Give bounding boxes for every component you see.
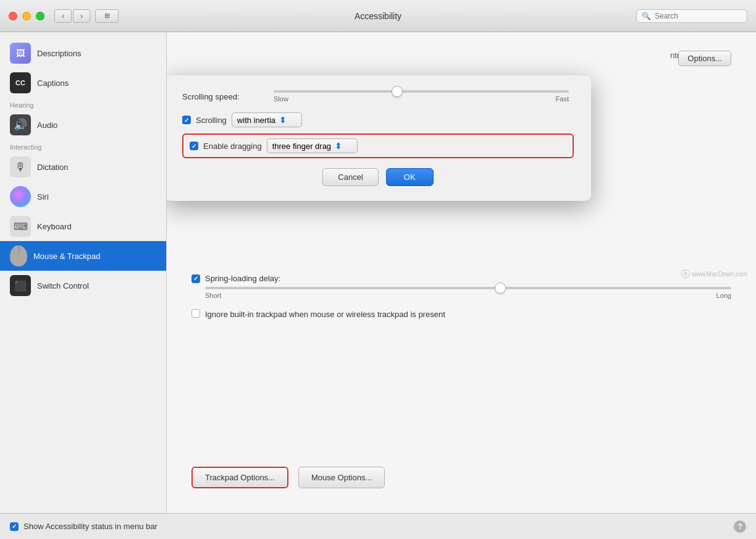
enable-dragging-label: Enable dragging [203, 142, 262, 151]
watermark: ® www.MacDown.com [681, 270, 747, 278]
scrolling-dropdown[interactable]: with inertia ⬍ [232, 112, 302, 127]
spring-slider-area: Short Long [205, 287, 731, 299]
enable-dragging-checkbox[interactable] [190, 142, 198, 150]
dragging-dropdown-arrow: ⬍ [335, 141, 342, 151]
spring-slider-track[interactable] [205, 287, 731, 289]
dragging-dropdown[interactable]: three finger drag ⬍ [267, 138, 358, 153]
bottom-bar: Show Accessibility status in menu bar ? [0, 513, 756, 539]
scrolling-speed-section: Scrolling speed: Slow Fast [182, 90, 574, 103]
modal-buttons: Cancel OK [182, 168, 574, 186]
sidebar: 🖼 Descriptions CC Captions Hearing 🔊 Aud… [0, 32, 167, 513]
options-button[interactable]: Options... [678, 51, 731, 66]
sidebar-item-label: Mouse & Trackpad [33, 252, 100, 261]
right-content: ntrolled using the Options... Spring-loa… [167, 32, 756, 513]
sidebar-item-keyboard[interactable]: ⌨ Keyboard [0, 211, 166, 241]
minimize-button[interactable] [22, 12, 31, 20]
dictation-icon: 🎙 [10, 156, 31, 177]
sidebar-item-label: Siri [37, 192, 49, 202]
sidebar-item-captions[interactable]: CC Captions [0, 68, 166, 98]
interacting-section-label: Interacting [0, 140, 166, 152]
grid-button[interactable]: ⊞ [95, 9, 119, 23]
spring-loading-checkbox[interactable] [191, 274, 200, 283]
search-box[interactable]: 🔍 [636, 9, 747, 23]
sidebar-item-mouse[interactable]: Mouse & Trackpad [0, 241, 166, 271]
sidebar-item-audio[interactable]: 🔊 Audio [0, 110, 166, 140]
hearing-section-label: Hearing [0, 98, 166, 110]
sidebar-item-label: Audio [37, 121, 57, 130]
scrolling-speed-slider: Slow Fast [269, 90, 574, 103]
forward-button[interactable]: › [73, 9, 90, 23]
show-accessibility-checkbox[interactable] [10, 522, 19, 531]
scrolling-dropdown-value: with inertia [237, 116, 275, 125]
scrolling-speed-row: Scrolling speed: Slow Fast [182, 90, 574, 103]
sidebar-item-switch-control[interactable]: ⬛ Switch Control [0, 271, 166, 300]
siri-icon [10, 186, 31, 207]
search-icon: 🔍 [642, 12, 651, 20]
scrolling-dropdown-arrow: ⬍ [279, 115, 287, 125]
enable-dragging-row: Enable dragging three finger drag ⬍ [182, 134, 574, 158]
traffic-lights [9, 12, 44, 20]
scrolling-row: Scrolling with inertia ⬍ [182, 112, 574, 127]
switch-icon: ⬛ [10, 275, 31, 296]
show-accessibility-label: Show Accessibility status in menu bar [23, 522, 158, 531]
sidebar-item-dictation[interactable]: 🎙 Dictation [0, 152, 166, 182]
keyboard-icon: ⌨ [10, 216, 31, 237]
sidebar-item-siri[interactable]: Siri [0, 182, 166, 211]
slider-track[interactable] [274, 90, 569, 93]
descriptions-icon: 🖼 [10, 43, 31, 64]
sidebar-item-label: Captions [37, 79, 69, 88]
watermark-text: www.MacDown.com [692, 271, 747, 278]
sidebar-item-label: Keyboard [37, 222, 72, 231]
scrolling-checkbox-label: Scrolling [196, 116, 227, 125]
title-bar: ‹ › ⊞ Accessibility 🔍 [0, 0, 756, 32]
search-input[interactable] [655, 12, 742, 20]
fast-label: Fast [556, 95, 569, 103]
spring-loading-label: Spring-loading delay: [205, 274, 280, 283]
main-content: 🖼 Descriptions CC Captions Hearing 🔊 Aud… [0, 32, 756, 513]
scrolling-checkbox[interactable] [182, 116, 191, 124]
ok-button[interactable]: OK [386, 168, 434, 186]
close-button[interactable] [9, 12, 17, 20]
trackpad-options-button[interactable]: Trackpad Options... [191, 467, 288, 488]
ignore-checkbox[interactable] [191, 309, 200, 318]
spring-labels: Short Long [205, 292, 731, 299]
short-label: Short [205, 292, 221, 299]
sidebar-item-descriptions[interactable]: 🖼 Descriptions [0, 38, 166, 68]
sidebar-item-label: Switch Control [37, 281, 89, 291]
window-title: Accessibility [355, 11, 401, 21]
bottom-buttons: Trackpad Options... Mouse Options... [191, 467, 731, 488]
sidebar-item-label: Descriptions [37, 49, 82, 58]
watermark-circle: ® [681, 270, 690, 278]
back-button[interactable]: ‹ [54, 9, 72, 23]
modal-dialog: Scrolling speed: Slow Fast [167, 75, 591, 201]
ignore-row: Ignore built-in trackpad when mouse or w… [191, 309, 731, 320]
help-button[interactable]: ? [734, 520, 746, 533]
slow-label: Slow [274, 95, 288, 103]
spring-slider-thumb[interactable] [495, 282, 506, 294]
captions-icon: CC [10, 72, 31, 93]
mouse-options-button[interactable]: Mouse Options... [298, 467, 385, 488]
cancel-button[interactable]: Cancel [322, 168, 378, 186]
spring-loading-row: Spring-loading delay: [191, 274, 731, 283]
sidebar-item-label: Dictation [37, 163, 69, 172]
nav-buttons: ‹ › [54, 9, 90, 23]
mouse-icon [10, 245, 27, 266]
slider-labels: Slow Fast [269, 95, 574, 103]
maximize-button[interactable] [36, 12, 44, 20]
dragging-dropdown-value: three finger drag [272, 142, 331, 151]
scrolling-speed-label: Scrolling speed: [182, 92, 262, 101]
ignore-text: Ignore built-in trackpad when mouse or w… [205, 309, 445, 320]
description-partial: ntrolled using the [191, 51, 731, 60]
long-label: Long [716, 292, 731, 299]
audio-icon: 🔊 [10, 114, 31, 135]
